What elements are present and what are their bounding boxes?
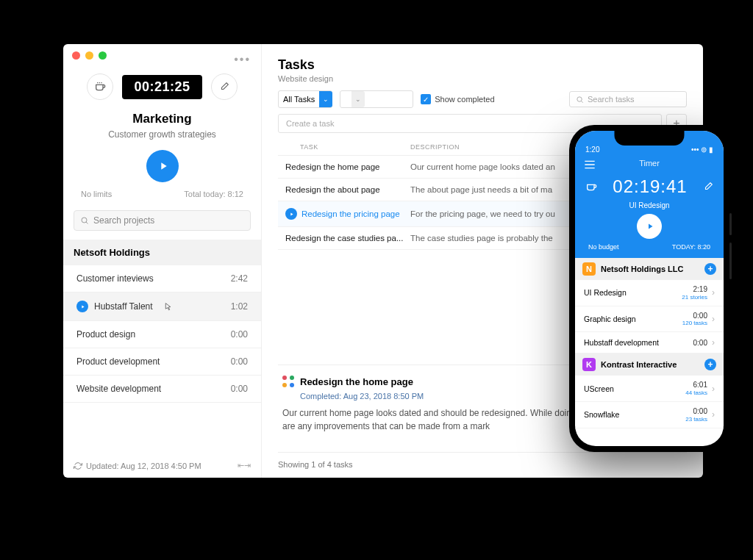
task-count: Showing 1 of 4 tasks [278,452,687,469]
page-title: Tasks [278,57,687,73]
play-icon [285,208,297,220]
edit-icon[interactable] [703,182,713,192]
project-subtitle: Customer growth strategies [63,129,261,140]
phone-project-row[interactable]: UI Redesign2:1921 stories› [575,280,724,306]
chevron-right-icon: › [712,314,715,324]
budget-label: No budget [588,243,619,251]
phone-play-button[interactable] [637,214,662,239]
play-icon [76,301,88,312]
show-completed-checkbox[interactable]: ✓ Show completed [421,94,494,104]
edit-button[interactable] [211,73,238,100]
today-label: TODAY: 8:20 [672,243,710,251]
org-header[interactable]: Netsoft Holdings [63,240,261,265]
add-icon[interactable]: + [704,263,716,275]
screen-title: Timer [575,159,724,168]
chevron-right-icon: › [712,287,715,298]
total-today-label: Total today: 8:12 [184,190,243,198]
phone-mockup: 1:20 ••• ⊚ ▮ Timer 02:19:41 UI Redesign … [569,125,729,452]
checkbox-checked-icon: ✓ [421,94,431,104]
org-badge: K [582,358,596,371]
collapse-icon[interactable]: ⇤⇥ [238,461,251,470]
secondary-select[interactable]: ⌄ [340,90,413,108]
svg-point-1 [577,96,582,101]
integration-icon [282,376,294,387]
search-projects-input[interactable]: Search projects [74,210,251,231]
signal-icon: ••• ⊚ ▮ [691,146,713,154]
no-limits-label: No limits [81,190,112,198]
sidebar-item-project[interactable]: Customer inteviews2:42 [63,265,261,292]
chevron-right-icon: › [712,337,715,348]
cursor-icon [163,302,173,312]
sidebar-item-project[interactable]: Website development0:00 [63,376,261,403]
search-tasks-input[interactable]: Search tasks [569,91,687,107]
filter-select[interactable]: All Tasks⌄ [278,90,332,108]
timer-display: 00:21:25 [122,75,201,99]
chevron-down-icon: ⌄ [351,91,365,107]
coffee-icon[interactable] [585,181,597,193]
phone-project-row[interactable]: UScreen6:0144 tasks› [575,376,724,402]
org-header[interactable]: KKontrast Interactive+ [575,353,724,376]
search-icon [80,216,89,225]
refresh-icon[interactable] [74,462,82,470]
org-header[interactable]: NNetsoft Holdings LLC+ [575,258,724,280]
project-title: Marketing [63,112,261,126]
edit-icon [219,82,229,92]
more-icon[interactable]: ••• [234,53,251,66]
play-button[interactable] [146,150,179,182]
coffee-icon [94,81,106,93]
break-button[interactable] [87,73,113,100]
search-icon [576,96,584,104]
org-badge: N [582,262,596,276]
phone-project-row[interactable]: Hubstaff development0:00› [575,332,724,353]
sidebar-item-project[interactable]: Product design0:00 [63,321,261,348]
add-icon[interactable]: + [704,359,716,370]
chevron-down-icon: ⌄ [319,91,332,107]
phone-timer: 02:19:41 [613,176,687,197]
chevron-right-icon: › [712,384,715,394]
breadcrumb: Website design [278,74,687,83]
sidebar-item-project[interactable]: Product development0:00 [63,348,261,376]
phone-project-row[interactable]: Snowflake0:0023 tasks› [575,402,724,428]
svg-point-0 [82,218,87,223]
sidebar-item-project[interactable]: Hubstaff Talent1:02 [63,292,261,321]
chevron-right-icon: › [712,409,715,420]
detail-title: Redesign the home page [300,376,413,387]
updated-label: Updated: Aug 12, 2018 4:50 PM [86,462,201,470]
sidebar: ••• 00:21:25 Marketing Customer growth s… [63,44,262,478]
phone-project: UI Redesign [575,201,724,214]
phone-project-row[interactable]: Graphic design0:00120 tasks› [575,306,724,333]
